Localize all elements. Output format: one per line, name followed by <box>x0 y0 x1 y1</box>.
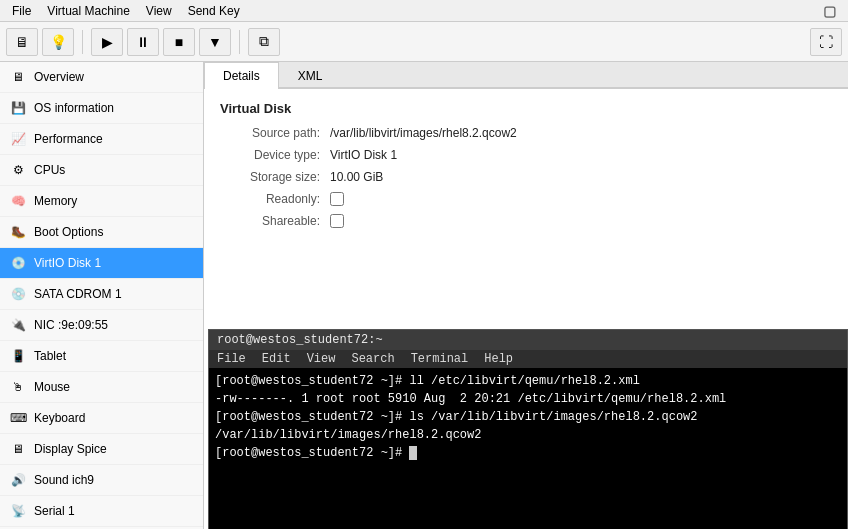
menubar: File Virtual Machine View Send Key ▢ <box>0 0 848 22</box>
sidebar-label-cpus: CPUs <box>34 163 65 177</box>
sidebar-icon-performance: 📈 <box>8 129 28 149</box>
tab-xml[interactable]: XML <box>279 62 342 89</box>
sidebar-label-virtio-disk: VirtIO Disk 1 <box>34 256 101 270</box>
sidebar-label-keyboard: Keyboard <box>34 411 85 425</box>
readonly-checkbox-container <box>330 192 344 206</box>
sidebar-label-boot-options: Boot Options <box>34 225 103 239</box>
sidebar-item-overview[interactable]: 🖥 Overview <box>0 62 203 93</box>
storage-size-value: 10.00 GiB <box>330 170 383 184</box>
toolbar: 🖥 💡 ▶ ⏸ ■ ▼ ⧉ ⛶ <box>0 22 848 62</box>
terminal-titlebar: root@westos_student72:~ <box>209 330 847 350</box>
source-path-value: /var/lib/libvirt/images/rhel8.2.qcow2 <box>330 126 517 140</box>
lightbulb-button[interactable]: 💡 <box>42 28 74 56</box>
terminal-menu-search[interactable]: Search <box>351 352 394 366</box>
source-path-row: Source path: /var/lib/libvirt/images/rhe… <box>220 126 832 140</box>
sidebar-item-serial[interactable]: 📡 Serial 1 <box>0 496 203 527</box>
terminal-menu-view[interactable]: View <box>307 352 336 366</box>
sidebar-label-sata-cdrom: SATA CDROM 1 <box>34 287 122 301</box>
sidebar-item-cpus[interactable]: ⚙ CPUs <box>0 155 203 186</box>
sidebar-item-virtio-disk[interactable]: 💿 VirtIO Disk 1 <box>0 248 203 279</box>
sidebar-icon-serial: 📡 <box>8 501 28 521</box>
tab-bar: DetailsXML <box>204 62 848 89</box>
sidebar-label-sound: Sound ich9 <box>34 473 94 487</box>
sidebar-icon-keyboard: ⌨ <box>8 408 28 428</box>
pause-button[interactable]: ⏸ <box>127 28 159 56</box>
toolbar-separator-1 <box>82 30 83 54</box>
menu-send-key[interactable]: Send Key <box>180 2 248 20</box>
fullscreen-button[interactable]: ⛶ <box>810 28 842 56</box>
storage-size-row: Storage size: 10.00 GiB <box>220 170 832 184</box>
monitor-button[interactable]: 🖥 <box>6 28 38 56</box>
sidebar-icon-boot-options: 🥾 <box>8 222 28 242</box>
sidebar-item-tablet[interactable]: 📱 Tablet <box>0 341 203 372</box>
sidebar-label-tablet: Tablet <box>34 349 66 363</box>
readonly-checkbox[interactable] <box>330 192 344 206</box>
sidebar-icon-memory: 🧠 <box>8 191 28 211</box>
terminal-window: root@westos_student72:~ FileEditViewSear… <box>208 329 848 529</box>
device-type-row: Device type: VirtIO Disk 1 <box>220 148 832 162</box>
toolbar-separator-2 <box>239 30 240 54</box>
terminal-cursor <box>409 446 417 460</box>
sidebar-icon-mouse: 🖱 <box>8 377 28 397</box>
sidebar-label-overview: Overview <box>34 70 84 84</box>
storage-size-label: Storage size: <box>220 170 330 184</box>
sidebar-label-mouse: Mouse <box>34 380 70 394</box>
device-type-value: VirtIO Disk 1 <box>330 148 397 162</box>
sidebar-item-keyboard[interactable]: ⌨ Keyboard <box>0 403 203 434</box>
sidebar-icon-overview: 🖥 <box>8 67 28 87</box>
sidebar-label-performance: Performance <box>34 132 103 146</box>
sidebar-label-nic: NIC :9e:09:55 <box>34 318 108 332</box>
menu-view[interactable]: View <box>138 2 180 20</box>
dropdown-button[interactable]: ▼ <box>199 28 231 56</box>
tab-details[interactable]: Details <box>204 62 279 89</box>
sidebar-icon-virtio-disk: 💿 <box>8 253 28 273</box>
sidebar-item-performance[interactable]: 📈 Performance <box>0 124 203 155</box>
sidebar-item-memory[interactable]: 🧠 Memory <box>0 186 203 217</box>
readonly-label: Readonly: <box>220 192 330 206</box>
play-button[interactable]: ▶ <box>91 28 123 56</box>
menu-virtual-machine[interactable]: Virtual Machine <box>39 2 138 20</box>
sidebar-icon-nic: 🔌 <box>8 315 28 335</box>
sidebar-item-os-information[interactable]: 💾 OS information <box>0 93 203 124</box>
main-area: 🖥 Overview 💾 OS information 📈 Performanc… <box>0 62 848 529</box>
sidebar-icon-os-information: 💾 <box>8 98 28 118</box>
sidebar: 🖥 Overview 💾 OS information 📈 Performanc… <box>0 62 204 529</box>
shareable-label: Shareable: <box>220 214 330 228</box>
sidebar-icon-sata-cdrom: 💿 <box>8 284 28 304</box>
sidebar-label-display-spice: Display Spice <box>34 442 107 456</box>
terminal-menu-file[interactable]: File <box>217 352 246 366</box>
terminal-menubar: FileEditViewSearchTerminalHelp <box>209 350 847 368</box>
readonly-row: Readonly: <box>220 192 832 206</box>
device-type-label: Device type: <box>220 148 330 162</box>
sidebar-label-serial: Serial 1 <box>34 504 75 518</box>
shareable-checkbox[interactable] <box>330 214 344 228</box>
sidebar-item-sata-cdrom[interactable]: 💿 SATA CDROM 1 <box>0 279 203 310</box>
sidebar-label-memory: Memory <box>34 194 77 208</box>
sidebar-icon-cpus: ⚙ <box>8 160 28 180</box>
sidebar-item-boot-options[interactable]: 🥾 Boot Options <box>0 217 203 248</box>
snapshot-button[interactable]: ⧉ <box>248 28 280 56</box>
terminal-menu-help[interactable]: Help <box>484 352 513 366</box>
sidebar-item-display-spice[interactable]: 🖥 Display Spice <box>0 434 203 465</box>
sidebar-icon-sound: 🔊 <box>8 470 28 490</box>
menu-file[interactable]: File <box>4 2 39 20</box>
terminal-body[interactable]: [root@westos_student72 ~]# ll /etc/libvi… <box>209 368 847 529</box>
terminal-title: root@westos_student72:~ <box>217 333 383 347</box>
sidebar-item-sound[interactable]: 🔊 Sound ich9 <box>0 465 203 496</box>
sidebar-item-mouse[interactable]: 🖱 Mouse <box>0 372 203 403</box>
terminal-menu-terminal[interactable]: Terminal <box>411 352 469 366</box>
source-path-label: Source path: <box>220 126 330 140</box>
sidebar-icon-tablet: 📱 <box>8 346 28 366</box>
sidebar-label-os-information: OS information <box>34 101 114 115</box>
section-title: Virtual Disk <box>220 101 832 116</box>
terminal-menu-edit[interactable]: Edit <box>262 352 291 366</box>
sidebar-icon-display-spice: 🖥 <box>8 439 28 459</box>
stop-button[interactable]: ■ <box>163 28 195 56</box>
shareable-checkbox-container <box>330 214 344 228</box>
sidebar-item-nic[interactable]: 🔌 NIC :9e:09:55 <box>0 310 203 341</box>
shareable-row: Shareable: <box>220 214 832 228</box>
window-controls: ▢ <box>823 3 844 19</box>
